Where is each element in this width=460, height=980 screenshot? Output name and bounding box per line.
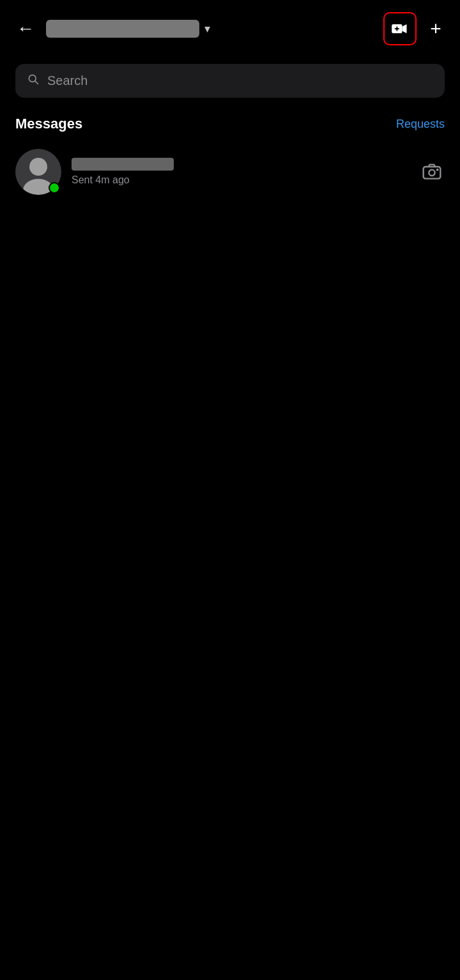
search-container: Search	[0, 57, 460, 111]
camera-button[interactable]	[419, 159, 445, 185]
svg-point-10	[436, 169, 438, 171]
header: ← ▾ +	[0, 0, 460, 57]
search-placeholder-text: Search	[47, 73, 88, 88]
message-content: Sent 4m ago	[72, 158, 409, 186]
message-time: Sent 4m ago	[72, 174, 130, 185]
avatar-container	[15, 149, 61, 195]
new-video-call-button[interactable]	[383, 12, 417, 45]
svg-point-6	[29, 158, 47, 176]
search-bar[interactable]: Search	[15, 64, 445, 98]
messages-title: Messages	[15, 116, 82, 132]
svg-line-5	[35, 81, 38, 84]
requests-link[interactable]: Requests	[396, 118, 445, 131]
video-camera-icon	[391, 20, 409, 38]
title-area: ▾	[46, 20, 376, 38]
message-list: Sent 4m ago	[0, 142, 460, 201]
svg-point-9	[429, 170, 434, 176]
messages-header: Messages Requests	[0, 111, 460, 142]
account-title-redacted	[46, 20, 199, 38]
contact-name-redacted	[72, 158, 174, 171]
dropdown-arrow-icon[interactable]: ▾	[204, 22, 210, 36]
back-button[interactable]: ←	[13, 19, 38, 39]
new-chat-button[interactable]: +	[424, 18, 447, 40]
message-item[interactable]: Sent 4m ago	[10, 142, 450, 201]
camera-icon	[422, 162, 442, 182]
search-icon	[27, 73, 40, 89]
online-status-dot	[49, 182, 60, 194]
